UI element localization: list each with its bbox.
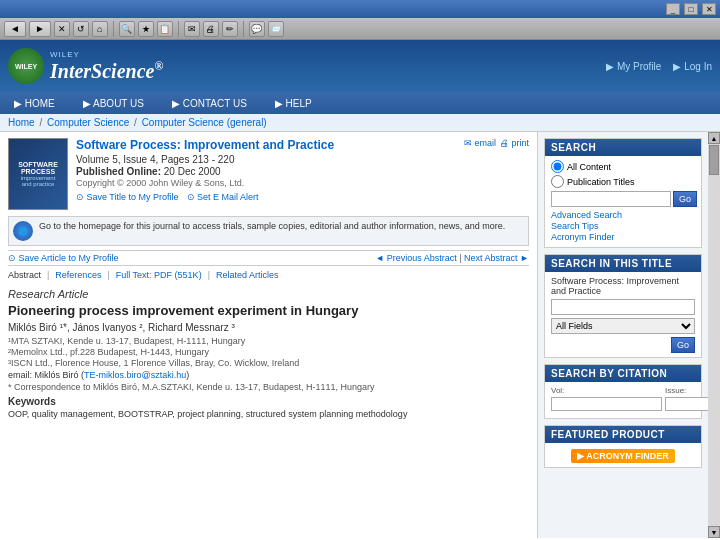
affiliation-3: ³ISCN Ltd., Florence House, 1 Florence V… [8, 358, 529, 368]
abstract-nav-links: ◄ Previous Abstract | Next Abstract ► [375, 253, 529, 263]
prev-abstract-link[interactable]: ◄ Previous Abstract [375, 253, 456, 263]
edit-icon[interactable]: ✏ [222, 21, 238, 37]
vol-label: Vol: [551, 386, 662, 395]
breadcrumb: Home / Computer Science / Computer Scien… [0, 114, 720, 132]
vol-input[interactable] [551, 397, 662, 411]
discuss-icon[interactable]: 💬 [249, 21, 265, 37]
content-area: WILEY WILEY InterScience® ▶ My Profile ▶… [0, 40, 720, 540]
close-button[interactable]: ✕ [702, 3, 716, 15]
homepage-text: Go to the homepage for this journal to a… [39, 221, 505, 231]
save-nav-bar: ⊙ Save Article to My Profile ◄ Previous … [8, 250, 529, 266]
title-bar: _ □ ✕ [0, 0, 720, 18]
scroll-up-button[interactable]: ▲ [708, 132, 720, 144]
search-title-input[interactable] [551, 299, 695, 315]
search-tips-link[interactable]: Search Tips [551, 221, 695, 231]
journal-copyright: Copyright © 2000 John Wiley & Sons, Ltd. [76, 178, 529, 188]
email-address[interactable]: TE-miklos.biro@sztaki.hu [84, 370, 186, 380]
search-input-row: Go [551, 191, 695, 207]
maximize-button[interactable]: □ [684, 3, 698, 15]
print-icon[interactable]: 🖨 [203, 21, 219, 37]
search-icon[interactable]: 🔍 [119, 21, 135, 37]
affiliation-2: ²Memolnx Ltd., pf.228 Budapest, H-1443, … [8, 347, 529, 357]
nav-about[interactable]: ▶ ABOUT US [77, 96, 150, 111]
messenger-icon[interactable]: 📨 [268, 21, 284, 37]
main-container: WILEY WILEY InterScience® ▶ My Profile ▶… [0, 40, 720, 540]
action-links: ⊙ Save Title to My Profile ⊙ Set E Mail … [76, 192, 529, 202]
my-profile-link[interactable]: ▶ My Profile [606, 61, 661, 72]
email-line: email: Miklós Biró (TE-miklos.biro@sztak… [8, 370, 529, 380]
home-button[interactable]: ⌂ [92, 21, 108, 37]
fulltext-tab[interactable]: Full Text: PDF (551K) [116, 270, 202, 280]
save-article-link[interactable]: ⊙ Save Article to My Profile [8, 253, 119, 263]
search-citation-section: SEARCH BY CITATION Vol: Issue: [544, 364, 702, 419]
issue-input[interactable] [665, 397, 708, 411]
bc-sep2: / [134, 117, 140, 128]
search-title-heading: SEARCH IN THIS TITLE [545, 255, 701, 272]
mail-icon[interactable]: ✉ [184, 21, 200, 37]
minimize-button[interactable]: _ [666, 3, 680, 15]
article-title: Pioneering process improvement experimen… [8, 303, 529, 318]
search-input[interactable] [551, 191, 671, 207]
history-icon[interactable]: 📋 [157, 21, 173, 37]
issue-label: Issue: [665, 386, 708, 395]
pub-titles-radio-row: Publication Titles [551, 175, 695, 188]
featured-section: FEATURED PRODUCT ▶ ACRONYM FINDER [544, 425, 702, 468]
toolbar-sep2 [178, 21, 179, 37]
references-tab[interactable]: References [55, 270, 101, 280]
back-button[interactable]: ◄ [4, 21, 26, 37]
article-content: Research Article Pioneering process impr… [8, 286, 529, 421]
print-link[interactable]: 🖨 print [500, 138, 529, 148]
search-title-go-button[interactable]: Go [671, 337, 695, 353]
search-section: SEARCH All Content Publication Titles [544, 138, 702, 248]
search-go-button[interactable]: Go [673, 191, 697, 207]
two-col-layout: SOFTWARE PROCESS improvement and practic… [0, 132, 720, 538]
save-title-link[interactable]: ⊙ Save Title to My Profile [76, 192, 179, 202]
set-alert-link[interactable]: ⊙ Set E Mail Alert [187, 192, 259, 202]
article-type: Research Article [8, 288, 529, 300]
advanced-search-link[interactable]: Advanced Search [551, 210, 695, 220]
journal-cover: SOFTWARE PROCESS improvement and practic… [8, 138, 68, 210]
all-content-radio-row: All Content [551, 160, 695, 173]
abstract-tabs: Abstract | References | Full Text: PDF (… [8, 270, 529, 280]
journal-name-text: Software Process: Improvement and Practi… [551, 276, 695, 296]
all-content-radio[interactable] [551, 160, 564, 173]
login-link[interactable]: ▶ Log In [673, 61, 712, 72]
nav-contact[interactable]: ▶ CONTACT US [166, 96, 253, 111]
acronym-finder-badge[interactable]: ▶ ACRONYM FINDER [571, 449, 675, 463]
stop-button[interactable]: ✕ [54, 21, 70, 37]
bc-cs[interactable]: Computer Science [47, 117, 129, 128]
search-title-body: Software Process: Improvement and Practi… [545, 272, 701, 357]
acronym-finder-link[interactable]: Acronym Finder [551, 232, 695, 242]
scroll-down-button[interactable]: ▼ [708, 526, 720, 538]
header-links: ▶ My Profile ▶ Log In [606, 61, 712, 72]
nav-help[interactable]: ▶ HELP [269, 96, 318, 111]
refresh-button[interactable]: ↺ [73, 21, 89, 37]
toolbar-sep3 [243, 21, 244, 37]
search-citation-heading: SEARCH BY CITATION [545, 365, 701, 382]
search-citation-body: Vol: Issue: Page: [545, 382, 701, 418]
email-link[interactable]: ✉ email [464, 138, 496, 148]
forward-button[interactable]: ► [29, 21, 51, 37]
search-heading: SEARCH [545, 139, 701, 156]
nav-bar: ▶ HOME ▶ ABOUT US ▶ CONTACT US ▶ HELP [0, 92, 720, 114]
next-abstract-link[interactable]: Next Abstract ► [464, 253, 529, 263]
pub-titles-label: Publication Titles [567, 177, 635, 187]
bc-home[interactable]: Home [8, 117, 35, 128]
scrollbar[interactable]: ▲ ▼ [708, 132, 720, 538]
favorites-icon[interactable]: ★ [138, 21, 154, 37]
journal-homepage-link[interactable]: 🌐 Go to the homepage for this journal to… [8, 216, 529, 246]
nav-home[interactable]: ▶ HOME [8, 96, 61, 111]
correspondence: * Correspondence to Miklós Biró, M.A.SZT… [8, 382, 529, 392]
journal-title[interactable]: Software Process: Improvement and Practi… [76, 138, 334, 152]
toolbar-sep1 [113, 21, 114, 37]
field-select[interactable]: All Fields [551, 318, 695, 334]
bc-sep1: / [39, 117, 45, 128]
all-content-label: All Content [567, 162, 611, 172]
scroll-thumb[interactable] [709, 145, 719, 175]
affiliation-1: ¹MTA SZTAKI, Kende u. 13-17, Budapest, H… [8, 336, 529, 346]
pub-titles-radio[interactable] [551, 175, 564, 188]
search-title-section: SEARCH IN THIS TITLE Software Process: I… [544, 254, 702, 358]
related-tab[interactable]: Related Articles [216, 270, 279, 280]
bc-cs-general[interactable]: Computer Science (general) [142, 117, 267, 128]
wiley-label: WILEY [50, 50, 163, 59]
